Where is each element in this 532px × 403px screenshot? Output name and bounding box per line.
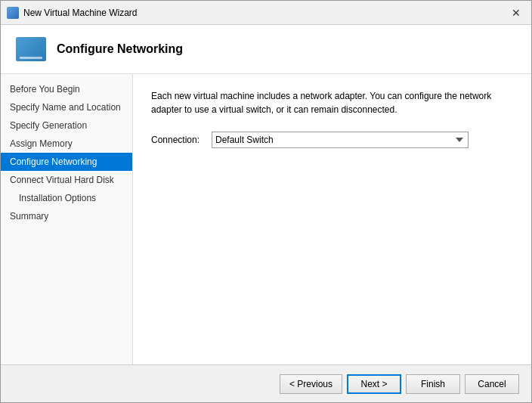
sidebar-item-before-you-begin[interactable]: Before You Begin — [1, 80, 132, 98]
wizard-header: Configure Networking — [1, 25, 531, 74]
sidebar-item-specify-generation[interactable]: Specify Generation — [1, 116, 132, 135]
main-content: Each new virtual machine includes a netw… — [133, 74, 531, 364]
title-bar: New Virtual Machine Wizard ✕ — [1, 1, 531, 25]
connection-label: Connection: — [151, 135, 212, 145]
content-area: Before You Begin Specify Name and Locati… — [1, 74, 531, 364]
connection-select[interactable]: Default Switch Not Connected — [212, 132, 469, 148]
sidebar-item-assign-memory[interactable]: Assign Memory — [1, 135, 132, 153]
wizard-header-title: Configure Networking — [57, 42, 183, 56]
title-bar-text: New Virtual Machine Wizard — [23, 8, 507, 18]
sidebar-item-specify-name[interactable]: Specify Name and Location — [1, 98, 132, 116]
next-button[interactable]: Next > — [347, 374, 401, 394]
sidebar-item-summary[interactable]: Summary — [1, 207, 132, 225]
sidebar-item-connect-hard-disk[interactable]: Connect Virtual Hard Disk — [1, 171, 132, 189]
previous-button[interactable]: < Previous — [280, 374, 342, 394]
connection-row: Connection: Default Switch Not Connected — [151, 132, 513, 148]
sidebar-item-installation-options[interactable]: Installation Options — [1, 189, 132, 207]
wizard-window: New Virtual Machine Wizard ✕ Configure N… — [0, 0, 532, 403]
app-icon — [7, 7, 19, 19]
sidebar-item-configure-networking[interactable]: Configure Networking — [1, 153, 132, 171]
cancel-button[interactable]: Cancel — [465, 374, 519, 394]
network-icon — [16, 37, 46, 61]
finish-button[interactable]: Finish — [406, 374, 460, 394]
description-text: Each new virtual machine includes a netw… — [151, 89, 499, 116]
wizard-sidebar: Before You Begin Specify Name and Locati… — [1, 74, 133, 364]
close-button[interactable]: ✕ — [507, 5, 525, 20]
wizard-footer: < Previous Next > Finish Cancel — [1, 364, 531, 402]
